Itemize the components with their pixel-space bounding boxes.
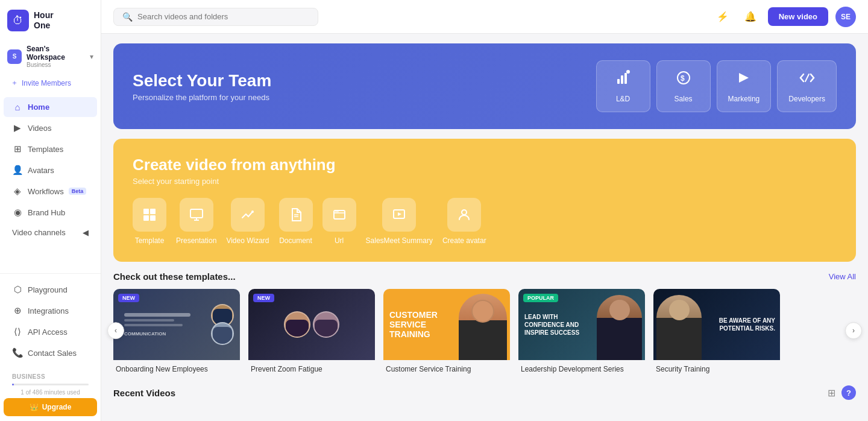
beta-badge: Beta <box>69 188 87 195</box>
content-area: Select Your Team Personalize the platfor… <box>101 34 868 421</box>
sidebar-item-playground-label: Playground <box>28 285 68 294</box>
marketing-icon <box>735 69 752 90</box>
template-tool-label: Template <box>135 236 165 245</box>
create-tool-url[interactable]: Url <box>322 198 356 245</box>
team-banner-subtitle: Personalize the platform for your needs <box>133 93 584 102</box>
sidebar-item-templates[interactable]: ⊞ Templates <box>4 139 97 159</box>
svg-point-3 <box>626 70 630 74</box>
presentation-tool-icon <box>180 198 213 232</box>
create-tool-salesmeet[interactable]: SalesMeet Summary <box>366 198 433 245</box>
template-name-zoom: Prevent Zoom Fatigue <box>248 360 375 376</box>
minutes-text: 1 of 486 minutes used <box>4 387 97 398</box>
sidebar-item-templates-label: Templates <box>28 145 63 154</box>
workspace-selector[interactable]: S Sean's Workspace Business ▾ <box>0 41 101 74</box>
sidebar-item-contact-sales[interactable]: 📞 Contact Sales <box>4 343 97 363</box>
user-avatar[interactable]: SE <box>835 7 856 27</box>
badge-new-zoom: New <box>253 294 274 302</box>
create-tool-template[interactable]: Template <box>133 198 166 245</box>
sidebar: ⏱ HourOne S Sean's Workspace Business ▾ … <box>0 0 101 421</box>
sidebar-item-video-channels[interactable]: Video channels ◀ <box>4 223 97 242</box>
url-tool-label: Url <box>335 236 344 245</box>
new-video-button[interactable]: New video <box>768 7 828 26</box>
template-card-onboarding[interactable]: New COMMUNICATION <box>113 289 240 376</box>
svg-rect-0 <box>617 79 620 84</box>
invite-members-button[interactable]: ＋ Invite Members <box>4 74 97 92</box>
sidebar-item-integrations[interactable]: ⊕ Integrations <box>4 300 97 321</box>
sidebar-item-contact-label: Contact Sales <box>28 349 77 358</box>
avatar-tool-icon <box>447 198 481 232</box>
minutes-fill <box>12 384 14 385</box>
svg-rect-8 <box>143 209 149 214</box>
sidebar-item-workflows-label: Workflows <box>28 187 64 196</box>
avatars-icon: 👤 <box>12 165 23 176</box>
search-box[interactable]: 🔍 <box>113 8 318 26</box>
sidebar-item-avatars[interactable]: 👤 Avatars <box>4 160 97 180</box>
search-input[interactable] <box>137 12 309 21</box>
svg-text:$: $ <box>681 74 685 83</box>
sidebar-item-home-label: Home <box>28 103 49 112</box>
document-tool-icon <box>279 198 313 232</box>
invite-label: Invite Members <box>22 79 71 87</box>
sidebar-item-videos-label: Videos <box>28 124 52 133</box>
svg-rect-1 <box>621 75 623 84</box>
api-icon: ⟨⟩ <box>12 326 23 337</box>
notification-icon[interactable]: 🔔 <box>740 7 761 27</box>
template-thumb-leadership: Popular LEAD WITH CONFIDENCE AND INSPIRE… <box>518 289 645 360</box>
sidebar-item-videos[interactable]: ▶ Videos <box>4 118 97 138</box>
developers-icon <box>799 69 816 90</box>
carousel-next-button[interactable]: › <box>845 322 862 339</box>
svg-marker-23 <box>398 212 401 216</box>
sidebar-item-brand-hub[interactable]: ◉ Brand Hub <box>4 202 97 223</box>
template-name-security: Security Training <box>653 360 780 376</box>
carousel-prev-button[interactable]: ‹ <box>107 322 124 339</box>
template-card-security[interactable]: BE AWARE OF ANY POTENTIAL RISKS. Securit… <box>653 289 780 376</box>
sidebar-item-api-access[interactable]: ⟨⟩ API Access <box>4 321 97 342</box>
home-icon: ⌂ <box>12 102 23 112</box>
template-card-zoom[interactable]: New Prevent Zoom Fatigue <box>248 289 375 376</box>
create-tool-document[interactable]: Document <box>279 198 313 245</box>
url-tool-icon <box>322 198 356 232</box>
developers-label: Developers <box>788 95 825 103</box>
sidebar-item-workflows[interactable]: ◈ Workflows Beta <box>4 181 97 201</box>
sidebar-item-playground[interactable]: ⬡ Playground <box>4 279 97 300</box>
playground-icon: ⬡ <box>12 284 23 295</box>
grid-view-icon[interactable]: ⊞ <box>828 387 835 399</box>
create-tool-presentation[interactable]: Presentation <box>176 198 216 245</box>
svg-point-20 <box>335 211 336 212</box>
app-logo[interactable]: ⏱ HourOne <box>0 0 101 41</box>
team-cards: L&D $ Sales <box>596 60 837 112</box>
workspace-name: Sean's Workspace <box>27 45 85 62</box>
badge-new-onboarding: New <box>118 294 139 302</box>
lightning-icon[interactable]: ⚡ <box>712 7 733 27</box>
document-tool-label: Document <box>279 236 312 245</box>
template-card-customer[interactable]: CUSTOMERSERVICETRAINING Customer Service… <box>383 289 510 376</box>
template-thumb-zoom: New <box>248 289 375 360</box>
team-card-marketing[interactable]: Marketing <box>717 60 772 112</box>
badge-popular-leadership: Popular <box>523 294 558 302</box>
team-card-sales[interactable]: $ Sales <box>656 60 711 112</box>
team-card-ld[interactable]: L&D <box>596 60 650 112</box>
create-tool-wizard[interactable]: Video Wizard <box>226 198 269 245</box>
wizard-tool-icon <box>231 198 265 232</box>
sidebar-item-home[interactable]: ⌂ Home <box>4 97 97 117</box>
templates-section-title: Check out these templates... <box>113 271 236 282</box>
ld-icon <box>615 69 632 90</box>
help-button[interactable]: ? <box>841 385 856 400</box>
integrations-icon: ⊕ <box>12 305 23 316</box>
template-name-leadership: Leadership Development Series <box>518 360 645 376</box>
sidebar-item-api-label: API Access <box>28 328 68 337</box>
template-name-customer: Customer Service Training <box>383 360 510 376</box>
templates-icon: ⊞ <box>12 144 23 154</box>
upgrade-button[interactable]: 👑 Upgrade <box>4 398 97 416</box>
workspace-type: Business <box>27 62 85 68</box>
plus-icon: ＋ <box>11 78 18 88</box>
create-tool-avatar[interactable]: Create avatar <box>442 198 486 245</box>
svg-rect-9 <box>150 209 156 214</box>
team-card-developers[interactable]: Developers <box>777 60 837 112</box>
view-all-link[interactable]: View All <box>829 272 856 281</box>
videos-icon: ▶ <box>12 122 23 133</box>
collapse-icon: ◀ <box>83 228 89 237</box>
template-card-leadership[interactable]: Popular LEAD WITH CONFIDENCE AND INSPIRE… <box>518 289 645 376</box>
upgrade-label: Upgrade <box>42 403 72 411</box>
svg-point-15 <box>251 210 254 213</box>
